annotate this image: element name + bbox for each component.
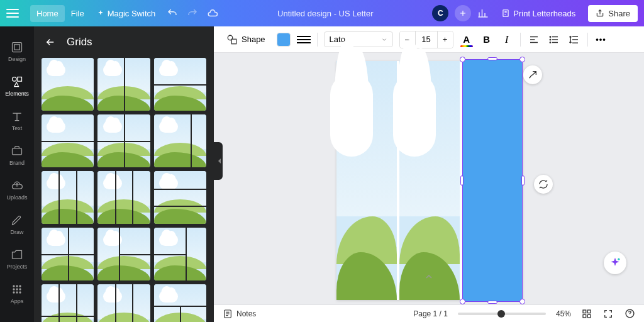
fullscreen-icon[interactable]: [602, 308, 614, 319]
grid-thumb[interactable]: [42, 58, 94, 111]
grid-thumb[interactable]: [42, 284, 94, 322]
analytics-icon[interactable]: [477, 8, 489, 19]
selected-shape[interactable]: [462, 59, 523, 302]
help-icon[interactable]: [624, 308, 635, 319]
svg-point-20: [618, 258, 619, 260]
grid-thumb[interactable]: [97, 284, 150, 322]
svg-rect-4: [18, 77, 22, 82]
grid-column-1[interactable]: [336, 61, 397, 300]
notes-button[interactable]: Notes: [223, 309, 256, 319]
fill-color-swatch[interactable]: [277, 33, 291, 47]
italic-button[interactable]: I: [500, 33, 514, 47]
redo-icon[interactable]: [187, 8, 198, 19]
cloud-sync-icon[interactable]: [207, 8, 218, 19]
bold-button[interactable]: B: [480, 33, 494, 47]
rail-apps[interactable]: Apps: [0, 276, 34, 311]
rail-projects[interactable]: Projects: [0, 242, 34, 276]
grid-list: [34, 58, 214, 322]
svg-rect-16: [231, 39, 236, 44]
svg-point-3: [13, 77, 17, 82]
home-button[interactable]: Home: [30, 5, 65, 22]
grid-thumb[interactable]: [97, 114, 150, 167]
grid-thumb[interactable]: [154, 171, 206, 224]
shape-label: Shape: [242, 35, 265, 44]
menu-icon[interactable]: [6, 9, 19, 18]
svg-point-7: [16, 285, 18, 287]
top-bar: Home File Magic Switch Untitled design -…: [0, 0, 644, 26]
border-style-button[interactable]: [297, 33, 311, 47]
grid-column-2[interactable]: [399, 61, 460, 300]
svg-point-11: [19, 288, 21, 290]
grid-view-icon[interactable]: [581, 308, 592, 319]
svg-point-6: [13, 285, 14, 287]
canvas-area: Shape Lato – 15 + A B I •••: [214, 26, 644, 304]
undo-icon[interactable]: [167, 8, 178, 19]
svg-point-18: [550, 39, 551, 40]
svg-rect-24: [583, 314, 586, 318]
svg-rect-22: [583, 310, 586, 313]
svg-point-17: [550, 36, 551, 37]
svg-point-13: [16, 291, 18, 293]
grid-thumb[interactable]: [154, 58, 206, 111]
grid-thumb[interactable]: [154, 228, 206, 280]
grid-thumb[interactable]: [154, 114, 206, 167]
grid-thumb[interactable]: [97, 228, 150, 280]
left-rail: Design Elements Text Brand Uploads Draw …: [0, 26, 34, 322]
grid-thumb[interactable]: [42, 171, 94, 224]
panel-title: Grids: [67, 36, 92, 48]
rail-brand[interactable]: Brand: [0, 138, 34, 172]
add-member-button[interactable]: [455, 5, 471, 21]
spacing-button[interactable]: [567, 33, 581, 47]
zoom-slider[interactable]: [458, 313, 546, 315]
collapse-panel-button[interactable]: [214, 142, 223, 180]
shape-button[interactable]: Shape: [221, 31, 270, 48]
avatar[interactable]: C: [432, 5, 448, 21]
ai-assist-button[interactable]: [604, 252, 626, 274]
grid-thumb[interactable]: [154, 284, 206, 322]
grid-thumb[interactable]: [97, 58, 150, 111]
text-color-button[interactable]: A: [460, 33, 474, 47]
grid-thumb[interactable]: [42, 228, 94, 280]
rail-uploads[interactable]: Uploads: [0, 172, 34, 207]
svg-rect-1: [13, 43, 22, 52]
font-select[interactable]: Lato: [324, 31, 393, 47]
svg-rect-25: [587, 314, 591, 318]
svg-rect-2: [14, 45, 19, 50]
more-button[interactable]: •••: [594, 33, 608, 47]
svg-point-10: [16, 288, 18, 290]
page-chevron-up-icon[interactable]: [424, 272, 434, 284]
back-icon[interactable]: [44, 36, 57, 48]
sync-button[interactable]: [534, 175, 553, 194]
share-button[interactable]: Share: [588, 5, 638, 22]
context-toolbar: Shape Lato – 15 + A B I •••: [214, 26, 644, 53]
print-label: Print Letterheads: [513, 9, 575, 18]
magic-switch-button[interactable]: Magic Switch: [91, 5, 162, 22]
file-button[interactable]: File: [65, 5, 91, 22]
list-button[interactable]: [547, 33, 561, 47]
floating-action-button[interactable]: [523, 65, 542, 84]
svg-rect-5: [13, 148, 22, 155]
grid-thumb[interactable]: [97, 171, 150, 224]
grid-thumb[interactable]: [42, 114, 94, 167]
zoom-value[interactable]: 45%: [556, 309, 571, 318]
bottom-bar: Notes Page 1 / 1 45%: [214, 304, 644, 322]
font-size-value[interactable]: 15: [415, 31, 438, 48]
svg-point-12: [13, 291, 14, 293]
share-label: Share: [608, 9, 630, 18]
document-title[interactable]: Untitled design - US Letter: [218, 9, 432, 18]
font-size-increase[interactable]: +: [438, 31, 453, 48]
rail-elements[interactable]: Elements: [0, 69, 34, 103]
canvas-page[interactable]: [336, 61, 523, 300]
page-indicator[interactable]: Page 1 / 1: [413, 309, 448, 318]
rail-text[interactable]: Text: [0, 103, 34, 138]
svg-point-14: [19, 291, 21, 293]
svg-rect-23: [587, 310, 591, 313]
svg-point-9: [13, 288, 14, 290]
align-button[interactable]: [527, 33, 541, 47]
rail-design[interactable]: Design: [0, 34, 34, 69]
rail-draw[interactable]: Draw: [0, 207, 34, 242]
side-panel: Grids: [34, 26, 214, 322]
notes-label: Notes: [236, 309, 256, 318]
svg-point-8: [19, 285, 21, 287]
print-button[interactable]: Print Letterheads: [495, 5, 582, 22]
